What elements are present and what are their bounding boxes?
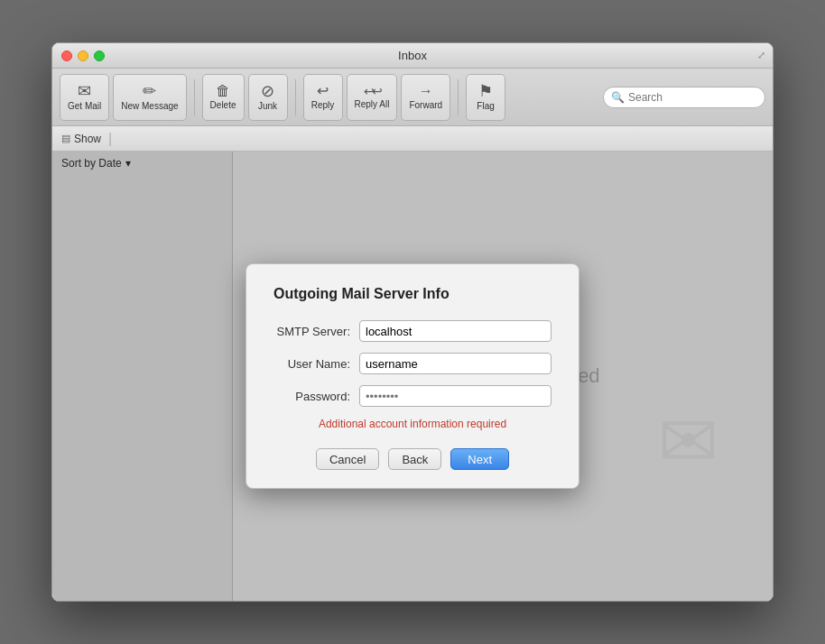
search-icon: 🔍 [611, 91, 625, 104]
toolbar-separator-3 [458, 79, 459, 115]
reply-all-label: Reply All [355, 99, 390, 109]
traffic-lights [61, 51, 105, 61]
dialog-title: Outgoing Mail Server Info [273, 286, 552, 302]
junk-label: Junk [258, 101, 277, 111]
reply-icon: ↩ [317, 84, 329, 98]
flag-button[interactable]: ⚑ Flag [466, 74, 505, 121]
junk-icon: ⊘ [261, 83, 274, 99]
resize-icon[interactable]: ⤢ [757, 50, 765, 61]
password-label: Password: [273, 390, 359, 403]
dialog-note: Additional account information required [273, 418, 552, 430]
reply-label: Reply [311, 100, 335, 110]
show-label: Show [74, 133, 101, 145]
get-mail-button[interactable]: ✉ Get Mail [60, 74, 109, 121]
get-mail-icon: ✉ [78, 83, 91, 99]
maximize-button[interactable] [94, 51, 105, 61]
forward-button[interactable]: → Forward [401, 74, 450, 121]
search-bar[interactable]: 🔍 [603, 87, 765, 108]
password-row: Password: [273, 385, 552, 407]
window-title: Inbox [398, 49, 427, 62]
toolbar-separator-1 [194, 79, 195, 115]
smtp-label: SMTP Server: [273, 325, 359, 338]
back-button[interactable]: Back [388, 448, 441, 470]
reply-button[interactable]: ↩ Reply [303, 74, 343, 121]
show-icon: ▤ [61, 133, 70, 144]
main-content: Sort by Date ▾ ✉ No Message Selected Out… [52, 152, 773, 601]
forward-icon: → [419, 84, 433, 98]
subbar-separator: | [108, 131, 112, 147]
toolbar: ✉ Get Mail ✏ New Message 🗑 Delete ⊘ Junk… [52, 69, 773, 126]
forward-label: Forward [409, 100, 442, 110]
title-bar: Inbox ⤢ [52, 43, 773, 69]
minimize-button[interactable] [78, 51, 88, 61]
username-label: User Name: [273, 357, 359, 371]
new-message-icon: ✏ [143, 83, 156, 99]
smtp-input[interactable] [359, 320, 552, 342]
outgoing-mail-dialog: Outgoing Mail Server Info SMTP Server: U… [246, 263, 579, 489]
close-button[interactable] [61, 51, 72, 61]
junk-button[interactable]: ⊘ Junk [248, 74, 288, 121]
search-input[interactable] [628, 91, 757, 104]
smtp-row: SMTP Server: [273, 320, 552, 342]
reply-all-button[interactable]: ↩↩ Reply All [347, 74, 398, 121]
toolbar-separator-2 [295, 79, 296, 115]
cancel-button[interactable]: Cancel [316, 448, 379, 470]
reply-all-icon: ↩↩ [364, 85, 380, 97]
new-message-label: New Message [121, 101, 178, 111]
delete-label: Delete [210, 100, 236, 110]
delete-button[interactable]: 🗑 Delete [202, 74, 245, 121]
main-window: Inbox ⤢ ✉ Get Mail ✏ New Message 🗑 Delet… [51, 42, 774, 602]
next-button[interactable]: Next [450, 448, 509, 470]
flag-label: Flag [477, 101, 494, 111]
new-message-button[interactable]: ✏ New Message [113, 74, 186, 121]
username-row: User Name: [273, 353, 552, 374]
get-mail-label: Get Mail [68, 101, 101, 111]
modal-overlay: Outgoing Mail Server Info SMTP Server: U… [52, 152, 773, 601]
password-input[interactable] [359, 385, 552, 407]
subbar: ▤ Show | [52, 126, 773, 152]
delete-icon: 🗑 [216, 84, 230, 98]
dialog-buttons: Cancel Back Next [273, 448, 552, 470]
username-input[interactable] [359, 353, 552, 374]
flag-icon: ⚑ [478, 83, 493, 99]
show-button[interactable]: ▤ Show [61, 133, 101, 145]
